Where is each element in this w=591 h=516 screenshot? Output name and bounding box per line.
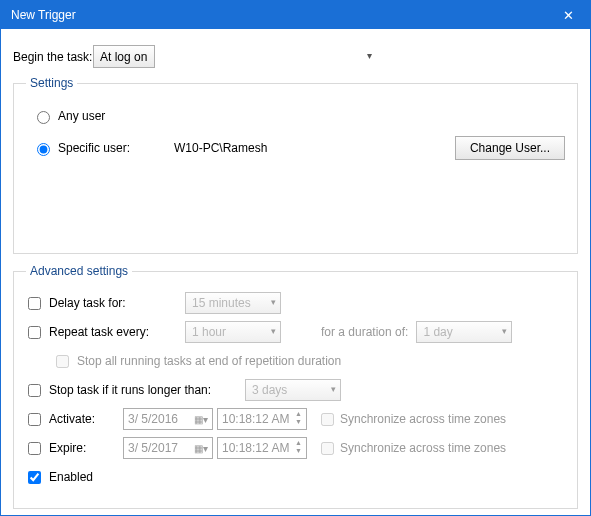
enabled-checkbox[interactable] — [28, 471, 41, 484]
change-user-button[interactable]: Change User... — [455, 136, 565, 160]
expire-label: Expire: — [49, 441, 123, 455]
repeat-checkbox[interactable] — [28, 326, 41, 339]
settings-group: Settings Any user Specific user: W10-PC\… — [13, 76, 578, 254]
activate-time-input[interactable]: 10:18:12 AM ▲▼ — [217, 408, 307, 430]
activate-checkbox[interactable] — [28, 413, 41, 426]
specific-user-radio[interactable] — [37, 143, 50, 156]
delay-label: Delay task for: — [49, 296, 185, 310]
delay-checkbox[interactable] — [28, 297, 41, 310]
activate-label: Activate: — [49, 412, 123, 426]
activate-date-input[interactable]: 3/ 5/2016 ▦▾ — [123, 408, 213, 430]
spinner-icon: ▲▼ — [295, 411, 302, 427]
expire-time-input[interactable]: 10:18:12 AM ▲▼ — [217, 437, 307, 459]
stop-if-select[interactable]: 3 days — [245, 379, 341, 401]
close-icon[interactable]: ✕ — [546, 1, 590, 29]
advanced-group: Advanced settings Delay task for: 15 min… — [13, 264, 578, 509]
advanced-legend: Advanced settings — [26, 264, 132, 278]
specific-user-row: Specific user: W10-PC\Ramesh Change User… — [32, 136, 565, 160]
stop-all-row: Stop all running tasks at end of repetit… — [54, 349, 565, 373]
enabled-label: Enabled — [49, 470, 93, 484]
stop-all-label: Stop all running tasks at end of repetit… — [77, 354, 341, 368]
begin-task-select[interactable]: At log on — [93, 45, 155, 68]
any-user-label: Any user — [58, 109, 105, 123]
calendar-icon: ▦▾ — [194, 414, 208, 425]
window-title: New Trigger — [11, 8, 546, 22]
spinner-icon: ▲▼ — [295, 440, 302, 456]
stop-if-checkbox[interactable] — [28, 384, 41, 397]
expire-sync-checkbox[interactable] — [321, 442, 334, 455]
repeat-duration-label: for a duration of: — [321, 325, 408, 339]
stop-if-label: Stop task if it runs longer than: — [49, 383, 245, 397]
delay-select[interactable]: 15 minutes — [185, 292, 281, 314]
titlebar: New Trigger ✕ — [1, 1, 590, 29]
activate-sync-checkbox[interactable] — [321, 413, 334, 426]
calendar-icon: ▦▾ — [194, 443, 208, 454]
repeat-row: Repeat task every: 1 hour ▾ for a durati… — [26, 320, 565, 344]
stop-if-row: Stop task if it runs longer than: 3 days… — [26, 378, 565, 402]
chevron-down-icon: ▾ — [367, 50, 372, 61]
activate-row: Activate: 3/ 5/2016 ▦▾ 10:18:12 AM ▲▼ Sy… — [26, 407, 565, 431]
expire-checkbox[interactable] — [28, 442, 41, 455]
stop-all-checkbox[interactable] — [56, 355, 69, 368]
specific-user-name: W10-PC\Ramesh — [174, 141, 455, 155]
dialog-content: Begin the task: At log on ▾ Settings Any… — [1, 29, 590, 516]
expire-date-input[interactable]: 3/ 5/2017 ▦▾ — [123, 437, 213, 459]
any-user-radio[interactable] — [37, 111, 50, 124]
any-user-row: Any user — [32, 108, 565, 124]
settings-legend: Settings — [26, 76, 77, 90]
begin-task-label: Begin the task: — [13, 50, 93, 64]
begin-task-row: Begin the task: At log on ▾ — [13, 45, 578, 68]
expire-row: Expire: 3/ 5/2017 ▦▾ 10:18:12 AM ▲▼ Sync… — [26, 436, 565, 460]
specific-user-label: Specific user: — [58, 141, 130, 155]
activate-sync: Synchronize across time zones — [317, 410, 506, 429]
repeat-label: Repeat task every: — [49, 325, 185, 339]
enabled-row: Enabled — [26, 465, 565, 489]
expire-sync: Synchronize across time zones — [317, 439, 506, 458]
repeat-duration-select[interactable]: 1 day — [416, 321, 512, 343]
repeat-interval-select[interactable]: 1 hour — [185, 321, 281, 343]
delay-row: Delay task for: 15 minutes ▾ — [26, 291, 565, 315]
